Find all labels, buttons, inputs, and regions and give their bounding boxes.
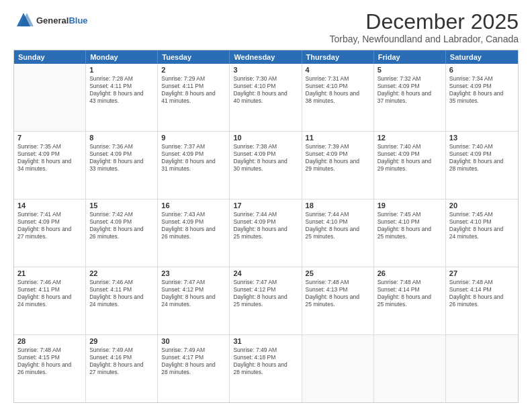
sunrise-text: Sunrise: 7:40 AM: [449, 143, 515, 150]
calendar-cell: 20Sunrise: 7:45 AMSunset: 4:10 PMDayligh…: [446, 199, 518, 267]
calendar-cell: 14Sunrise: 7:41 AMSunset: 4:09 PMDayligh…: [14, 199, 86, 267]
day-number: 23: [161, 269, 226, 277]
calendar-week: 14Sunrise: 7:41 AMSunset: 4:09 PMDayligh…: [14, 199, 518, 267]
daylight-text-2: 27 minutes.: [17, 233, 82, 240]
calendar-cell: 23Sunrise: 7:47 AMSunset: 4:12 PMDayligh…: [158, 267, 230, 334]
daylight-text-2: 29 minutes.: [378, 165, 442, 173]
sunrise-text: Sunrise: 7:46 AM: [89, 279, 154, 286]
day-number: 15: [89, 201, 154, 210]
sunset-text: Sunset: 4:10 PM: [378, 218, 442, 226]
sunrise-text: Sunrise: 7:48 AM: [378, 279, 442, 286]
calendar-cell: 10Sunrise: 7:38 AMSunset: 4:09 PMDayligh…: [230, 132, 302, 199]
daylight-text-2: 25 minutes.: [306, 301, 370, 308]
calendar-cell: 1Sunrise: 7:28 AMSunset: 4:11 PMDaylight…: [86, 64, 158, 131]
sunset-text: Sunset: 4:11 PM: [161, 83, 226, 90]
daylight-text: Daylight: 8 hours and: [161, 90, 226, 97]
logo: GeneralBlue: [13, 11, 88, 31]
sunrise-text: Sunrise: 7:49 AM: [233, 347, 298, 354]
day-number: 16: [161, 201, 226, 210]
sunrise-text: Sunrise: 7:46 AM: [17, 279, 82, 286]
daylight-text: Daylight: 8 hours and: [233, 90, 298, 97]
daylight-text: Daylight: 8 hours and: [378, 293, 442, 301]
daylight-text-2: 41 minutes.: [161, 97, 226, 105]
sunset-text: Sunset: 4:09 PM: [17, 150, 82, 158]
sunrise-text: Sunrise: 7:48 AM: [306, 279, 370, 286]
sunset-text: Sunset: 4:18 PM: [233, 354, 298, 361]
calendar-cell: 24Sunrise: 7:47 AMSunset: 4:12 PMDayligh…: [230, 267, 302, 334]
day-number: 18: [306, 201, 370, 210]
daylight-text-2: 26 minutes.: [449, 301, 515, 308]
daylight-text: Daylight: 8 hours and: [306, 226, 370, 233]
day-number: 9: [161, 134, 226, 142]
daylight-text: Daylight: 8 hours and: [17, 361, 82, 369]
daylight-text-2: 26 minutes.: [89, 233, 154, 240]
sunrise-text: Sunrise: 7:45 AM: [449, 211, 515, 218]
day-number: 5: [378, 66, 442, 74]
sunset-text: Sunset: 4:09 PM: [449, 150, 515, 158]
daylight-text-2: 31 minutes.: [161, 165, 226, 173]
calendar-cell: 9Sunrise: 7:37 AMSunset: 4:09 PMDaylight…: [158, 132, 230, 199]
sunset-text: Sunset: 4:09 PM: [378, 150, 442, 158]
daylight-text: Daylight: 8 hours and: [233, 293, 298, 301]
day-number: 13: [449, 134, 515, 142]
day-number: 4: [306, 66, 370, 74]
logo-text: GeneralBlue: [36, 15, 88, 26]
sunset-text: Sunset: 4:09 PM: [89, 150, 154, 158]
sunset-text: Sunset: 4:09 PM: [449, 83, 515, 90]
sunset-text: Sunset: 4:12 PM: [161, 286, 226, 293]
calendar-cell: 17Sunrise: 7:44 AMSunset: 4:09 PMDayligh…: [230, 199, 302, 267]
sunset-text: Sunset: 4:15 PM: [17, 354, 82, 361]
calendar-cell: 18Sunrise: 7:44 AMSunset: 4:10 PMDayligh…: [302, 199, 374, 267]
daylight-text-2: 38 minutes.: [306, 97, 370, 105]
calendar-cell: 29Sunrise: 7:49 AMSunset: 4:16 PMDayligh…: [86, 335, 158, 402]
sunrise-text: Sunrise: 7:48 AM: [17, 347, 82, 354]
day-number: 11: [306, 134, 370, 142]
sunrise-text: Sunrise: 7:38 AM: [233, 143, 298, 150]
calendar-cell: 12Sunrise: 7:40 AMSunset: 4:09 PMDayligh…: [374, 132, 446, 199]
calendar-cell: 21Sunrise: 7:46 AMSunset: 4:11 PMDayligh…: [14, 267, 86, 334]
calendar-cell: 26Sunrise: 7:48 AMSunset: 4:14 PMDayligh…: [374, 267, 446, 334]
calendar-header-day: Sunday: [14, 50, 86, 64]
calendar-header: SundayMondayTuesdayWednesdayThursdayFrid…: [14, 50, 518, 64]
calendar-body: 1Sunrise: 7:28 AMSunset: 4:11 PMDaylight…: [14, 64, 518, 402]
calendar-cell: 19Sunrise: 7:45 AMSunset: 4:10 PMDayligh…: [374, 199, 446, 267]
page: GeneralBlue December 2025 Torbay, Newfou…: [0, 0, 532, 411]
calendar-cell: 11Sunrise: 7:39 AMSunset: 4:09 PMDayligh…: [302, 132, 374, 199]
sunset-text: Sunset: 4:10 PM: [306, 218, 370, 226]
sunset-text: Sunset: 4:13 PM: [306, 286, 370, 293]
day-number: 6: [449, 66, 515, 74]
sunset-text: Sunset: 4:09 PM: [17, 218, 82, 226]
calendar-header-day: Monday: [86, 50, 158, 64]
calendar-cell: [446, 335, 518, 402]
sunrise-text: Sunrise: 7:47 AM: [161, 279, 226, 286]
daylight-text-2: 24 minutes.: [89, 301, 154, 308]
calendar-header-day: Wednesday: [230, 50, 302, 64]
daylight-text-2: 27 minutes.: [89, 369, 154, 376]
daylight-text: Daylight: 8 hours and: [233, 158, 298, 165]
day-number: 29: [89, 337, 154, 345]
header: GeneralBlue December 2025 Torbay, Newfou…: [13, 11, 519, 44]
calendar-cell: 27Sunrise: 7:48 AMSunset: 4:14 PMDayligh…: [446, 267, 518, 334]
daylight-text-2: 35 minutes.: [449, 97, 515, 105]
sunset-text: Sunset: 4:09 PM: [89, 218, 154, 226]
calendar-cell: 6Sunrise: 7:34 AMSunset: 4:09 PMDaylight…: [446, 64, 518, 131]
calendar-cell: 22Sunrise: 7:46 AMSunset: 4:11 PMDayligh…: [86, 267, 158, 334]
day-number: 12: [378, 134, 442, 142]
sunrise-text: Sunrise: 7:30 AM: [233, 75, 298, 83]
sunrise-text: Sunrise: 7:39 AM: [306, 143, 370, 150]
sunrise-text: Sunrise: 7:44 AM: [233, 211, 298, 218]
daylight-text-2: 29 minutes.: [306, 165, 370, 173]
sunrise-text: Sunrise: 7:37 AM: [161, 143, 226, 150]
calendar-cell: [302, 335, 374, 402]
title-block: December 2025 Torbay, Newfoundland and L…: [330, 11, 519, 44]
sunrise-text: Sunrise: 7:41 AM: [17, 211, 82, 218]
daylight-text: Daylight: 8 hours and: [449, 226, 515, 233]
day-number: 20: [449, 201, 515, 210]
sunrise-text: Sunrise: 7:32 AM: [378, 75, 442, 83]
daylight-text-2: 40 minutes.: [233, 97, 298, 105]
daylight-text: Daylight: 8 hours and: [89, 226, 154, 233]
daylight-text-2: 24 minutes.: [161, 301, 226, 308]
day-number: 7: [17, 134, 82, 142]
sunset-text: Sunset: 4:12 PM: [233, 286, 298, 293]
daylight-text: Daylight: 8 hours and: [449, 158, 515, 165]
